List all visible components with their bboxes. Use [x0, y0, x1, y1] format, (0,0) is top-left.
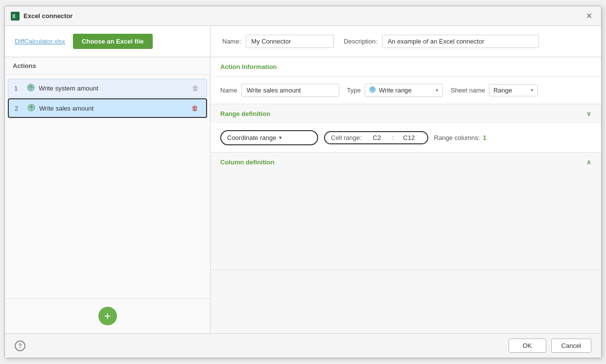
sheet-select[interactable]: Range ▾ [489, 84, 538, 96]
svg-text:X: X [12, 14, 16, 19]
range-select-arrow: ▾ [279, 135, 282, 141]
action-item-2[interactable]: 2 Write sales amount 🗑 [8, 98, 207, 118]
sheet-select-arrow: ▾ [531, 87, 534, 93]
range-cols-group: Range columns: 1 [434, 134, 487, 141]
range-def-header[interactable]: Range definition [210, 104, 601, 123]
action-info-header: Action Information [210, 57, 601, 77]
action-num-1: 1 [14, 85, 23, 92]
cell-range-label: Cell range: [331, 134, 362, 141]
cell-range-to[interactable] [397, 134, 421, 141]
ai-sheet-group: Sheet name Range ▾ [451, 84, 538, 96]
help-button[interactable]: ? [15, 341, 25, 351]
name-field-group: Name: [222, 35, 334, 48]
type-select-icon [369, 86, 376, 94]
action-label-2: Write sales amount [39, 105, 186, 112]
action-label-1: Write system amount [39, 85, 186, 92]
left-panel: Actions 1 Write system amount 🗑 [5, 57, 210, 333]
action-icon-1 [27, 84, 35, 93]
add-action-button[interactable]: + [98, 307, 117, 325]
ai-name-label: Name [220, 87, 237, 94]
ai-sheet-label: Sheet name [451, 87, 485, 94]
col-def-body [210, 172, 601, 270]
bottom-buttons: OK Cancel [509, 339, 591, 353]
cell-range-separator: : [392, 134, 394, 141]
desc-field-group: Description: [344, 35, 539, 48]
ok-button[interactable]: OK [509, 339, 546, 353]
col-def-section: Column definition [210, 153, 601, 270]
action-info-title: Action Information [220, 63, 277, 70]
type-select-label: Write range [379, 87, 433, 94]
main-body: Actions 1 Write system amount 🗑 [5, 57, 601, 333]
excel-icon: X [11, 12, 20, 21]
type-select-arrow: ▾ [436, 87, 439, 93]
range-def-title: Range definition [220, 110, 270, 117]
file-area: DiffCalculator.xlsx Choose an Excel file [5, 26, 210, 57]
action-info-row: Name Type [220, 84, 591, 97]
action-item-1[interactable]: 1 Write system amount 🗑 [8, 79, 207, 97]
desc-input[interactable] [382, 35, 539, 48]
range-type-select[interactable]: Coordinate range ▾ [220, 130, 318, 145]
range-select-label: Coordinate range [227, 134, 276, 141]
right-panel: Action Information Name Type [210, 57, 601, 333]
dialog-title: Excel connector [23, 12, 72, 20]
title-bar: X Excel connector ✕ [5, 6, 601, 26]
title-bar-left: X Excel connector [11, 12, 72, 21]
range-cols-value: 1 [483, 134, 486, 141]
type-select[interactable]: Write range ▾ [365, 84, 443, 97]
bottom-bar: ? OK Cancel [5, 333, 601, 358]
choose-file-button[interactable]: Choose an Excel file [73, 34, 152, 49]
action-icon-2 [27, 104, 35, 113]
range-row: Coordinate range ▾ Cell range: : Ran [220, 130, 591, 145]
name-label: Name: [222, 38, 241, 45]
connector-area: Name: Description: [210, 26, 601, 57]
range-def-section: Range definition Coordinate range ▾ Cell… [210, 104, 601, 153]
range-cols-label: Range columns: [434, 134, 480, 141]
col-def-title: Column definition [220, 159, 274, 166]
action-info-body: Name Type [210, 77, 601, 104]
action-delete-2[interactable]: 🗑 [189, 103, 200, 113]
cell-range-from[interactable] [365, 134, 389, 141]
range-def-body: Coordinate range ▾ Cell range: : Ran [210, 123, 601, 152]
name-input[interactable] [246, 35, 334, 48]
action-num-2: 2 [15, 105, 23, 112]
action-info-section: Action Information Name Type [210, 57, 601, 104]
actions-list: 1 Write system amount 🗑 2 [5, 75, 210, 298]
cancel-button[interactable]: Cancel [551, 339, 591, 353]
action-delete-1[interactable]: 🗑 [190, 83, 201, 93]
ai-name-input[interactable] [241, 84, 339, 97]
desc-label: Description: [344, 38, 377, 45]
sheet-select-label: Range [493, 87, 528, 94]
ai-type-label: Type [347, 87, 361, 94]
excel-connector-dialog: X Excel connector ✕ DiffCalculator.xlsx … [4, 6, 602, 358]
col-def-chevron [586, 159, 591, 166]
close-button[interactable]: ✕ [583, 10, 595, 22]
add-btn-area: + [5, 298, 210, 333]
range-def-chevron [586, 110, 591, 117]
actions-header: Actions [5, 57, 210, 75]
top-section: DiffCalculator.xlsx Choose an Excel file… [5, 26, 601, 57]
ai-type-group: Type Write range ▾ [347, 84, 443, 97]
cell-range-group: Cell range: : [324, 131, 428, 144]
col-def-header[interactable]: Column definition [210, 153, 601, 172]
file-link[interactable]: DiffCalculator.xlsx [15, 38, 65, 45]
ai-name-group: Name [220, 84, 339, 97]
